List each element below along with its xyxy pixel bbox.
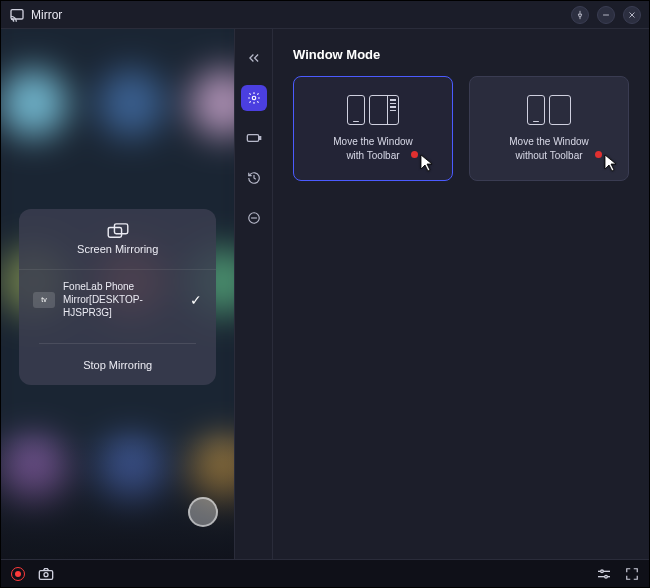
card-label: Move the Window without Toolbar [509,135,588,162]
sidebar-item-history[interactable] [241,165,267,191]
highlight-marker [411,151,418,158]
svg-point-12 [44,572,48,576]
phone-outline-icon [347,95,365,125]
phone-preview-pane: Screen Mirroring tv FoneLab Phone Mirror… [1,29,234,559]
record-button[interactable] [9,565,27,583]
app-window: Mirror [0,0,650,588]
main-content: Window Mode Move the Window with Toolbar [272,29,649,559]
card-move-window-without-toolbar[interactable]: Move the Window without Toolbar [469,76,629,181]
device-badge: tv [33,292,55,308]
svg-rect-8 [259,137,260,140]
window-with-toolbar-icon [369,95,399,125]
cast-icon [9,7,25,23]
sidebar-item-battery[interactable] [241,125,267,151]
collapse-sidebar-button[interactable] [241,45,267,71]
svg-rect-7 [247,135,258,142]
card-thumb [347,95,399,125]
card-move-window-with-toolbar[interactable]: Move the Window with Toolbar [293,76,453,181]
svg-point-6 [252,96,256,100]
window-without-toolbar-icon [549,95,571,125]
settings-sidebar [234,29,272,559]
svg-rect-0 [11,9,23,18]
mirroring-device-row[interactable]: tv FoneLab Phone Mirror[DESKTOP-HJSPR3G]… [19,269,216,329]
phone-outline-icon [527,95,545,125]
sidebar-item-no-disturb[interactable] [241,205,267,231]
screen-mirroring-title: Screen Mirroring [19,243,216,255]
stop-mirroring-button[interactable]: Stop Mirroring [19,344,216,385]
close-button[interactable] [623,6,641,24]
minimize-button[interactable] [597,6,615,24]
svg-point-16 [605,575,608,578]
device-name: FoneLab Phone Mirror[DESKTOP-HJSPR3G] [63,280,182,319]
app-title: Mirror [31,8,571,22]
sidebar-item-window-mode[interactable] [241,85,267,111]
body: Screen Mirroring tv FoneLab Phone Mirror… [1,29,649,559]
bottom-toolbar [1,559,649,587]
window-controls [571,6,641,24]
section-title: Window Mode [293,47,629,62]
card-thumb [527,95,571,125]
screen-mirroring-icon [19,223,216,239]
svg-point-14 [601,570,604,573]
svg-rect-11 [39,570,52,579]
cursor-icon [420,154,434,172]
highlight-marker [595,151,602,158]
screenshot-button[interactable] [37,565,55,583]
title-bar: Mirror [1,1,649,29]
settings-panel-button[interactable] [595,565,613,583]
fullscreen-button[interactable] [623,565,641,583]
window-mode-cards: Move the Window with Toolbar Move the Wi… [293,76,629,181]
pin-button[interactable] [571,6,589,24]
screen-mirroring-card: Screen Mirroring tv FoneLab Phone Mirror… [19,209,216,385]
card-label: Move the Window with Toolbar [333,135,412,162]
check-icon: ✓ [190,292,202,308]
cursor-icon [604,154,618,172]
